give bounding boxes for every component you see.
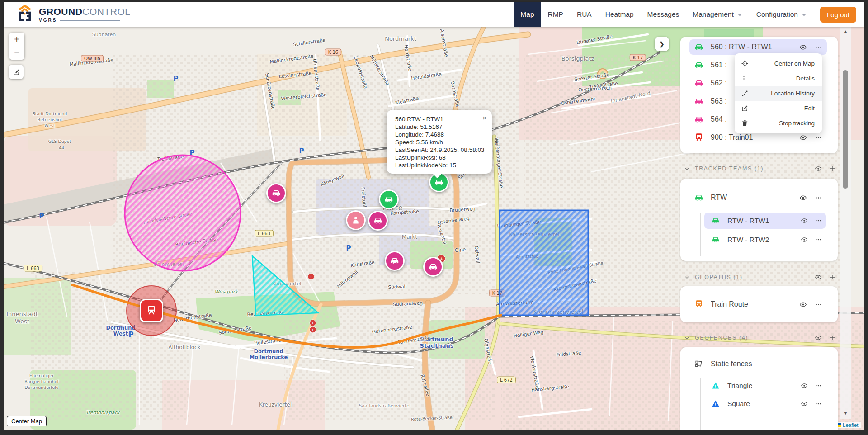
warning-triangle-icon	[711, 381, 720, 390]
brand-name-secondary: CONTROL	[82, 6, 130, 17]
section-title: GEOFENCES (4)	[695, 335, 748, 341]
eye-icon[interactable]	[801, 382, 808, 389]
application-window: GROUNDCONTROL VGRS Map RMP RUA Heatmap M…	[4, 2, 864, 430]
geopath-row[interactable]: Train Route	[680, 295, 838, 313]
brand-text: GROUNDCONTROL VGRS	[39, 6, 131, 23]
brand-logo[interactable]: GROUNDCONTROL VGRS	[15, 4, 131, 25]
top-navbar: GROUNDCONTROL VGRS Map RMP RUA Heatmap M…	[4, 2, 864, 27]
car-icon	[428, 262, 438, 272]
nav-item-map[interactable]: Map	[514, 2, 541, 27]
menu-item-edit[interactable]: Edit	[735, 101, 822, 116]
vehicle-marker-car[interactable]	[266, 183, 286, 203]
vehicle-marker-car[interactable]	[379, 189, 399, 209]
eye-icon[interactable]	[815, 334, 822, 341]
chevron-down-icon	[801, 12, 807, 18]
popup-lastseen: LastSeenAt: 24.9.2025, 08:58:03	[395, 146, 488, 154]
menu-item-stop-tracking[interactable]: Stop tracking	[735, 116, 822, 131]
vehicle-marker-car[interactable]	[385, 251, 405, 271]
train-icon	[694, 299, 704, 309]
tracked-teams-card: RTW RTW - RTW1 RTW - RTW2	[680, 179, 838, 261]
scroll-down-icon[interactable]: ▼	[840, 410, 851, 417]
brand-underline	[60, 20, 120, 21]
vehicle-marker-car[interactable]	[423, 257, 443, 277]
stop-tracking-icon	[741, 119, 749, 127]
section-geofences: GEOFENCES (4)	[680, 332, 838, 344]
logout-button[interactable]: Log out	[820, 7, 856, 23]
brand-name-primary: GROUND	[39, 6, 82, 17]
ellipsis-icon[interactable]	[815, 400, 822, 407]
geofence-row-triangle[interactable]: Triangle	[704, 378, 826, 394]
eye-icon[interactable]	[799, 134, 807, 142]
edit-icon	[741, 104, 749, 112]
geofence-row-square[interactable]: Square	[704, 396, 826, 412]
plus-icon[interactable]	[829, 165, 836, 172]
details-icon	[741, 75, 747, 82]
eye-icon[interactable]	[801, 236, 808, 243]
eye-icon[interactable]	[801, 400, 808, 407]
plus-icon[interactable]	[829, 274, 836, 281]
vehicle-marker-car[interactable]	[368, 211, 388, 231]
zoom-in-button[interactable]: +	[9, 33, 24, 46]
team-member-row[interactable]: RTW - RTW1	[704, 213, 826, 229]
menu-item-center-on-map[interactable]: Center on Map	[735, 56, 822, 71]
geofence-group-row[interactable]: Static fences	[680, 355, 838, 373]
ellipsis-icon[interactable]	[815, 301, 822, 308]
ellipsis-icon[interactable]	[815, 236, 822, 243]
warning-triangle-icon	[711, 399, 720, 408]
center-map-button[interactable]: Center Map	[7, 416, 47, 426]
map-canvas[interactable]: DortmundHbfDortmundStadthausDortmundMöll…	[4, 27, 864, 430]
vehicle-marker-person[interactable]	[346, 210, 366, 230]
popup-latitude: Latitude: 51.5167	[395, 123, 488, 131]
team-group-row[interactable]: RTW	[680, 189, 838, 207]
vehicle-marker-train[interactable]	[140, 299, 163, 322]
zoom-control: + −	[9, 33, 24, 60]
car-icon	[711, 235, 720, 244]
draw-edit-button[interactable]	[9, 65, 24, 79]
scroll-up-icon[interactable]: ▲	[840, 28, 851, 35]
popup-longitude: Longitude: 7.4688	[395, 131, 488, 138]
eye-icon[interactable]	[815, 165, 822, 172]
chevron-down-icon[interactable]	[684, 166, 690, 172]
ellipsis-icon[interactable]	[815, 134, 822, 142]
nav-item-rua[interactable]: RUA	[570, 2, 599, 27]
ellipsis-icon[interactable]	[815, 194, 822, 202]
menu-item-details[interactable]: Details	[735, 71, 822, 86]
eye-icon[interactable]	[799, 43, 807, 51]
eye-icon[interactable]	[815, 274, 822, 281]
nav-item-messages[interactable]: Messages	[641, 2, 686, 27]
sidebar-scrollbar[interactable]: ▲ ▼	[840, 27, 851, 419]
ellipsis-icon[interactable]	[815, 217, 822, 224]
eye-icon[interactable]	[799, 301, 807, 308]
section-title: GEOPATHS (1)	[695, 274, 743, 280]
vehicle-context-menu: Center on Map Details Location History E…	[735, 53, 822, 133]
leaflet-link[interactable]: Leaflet	[843, 422, 859, 428]
location-history-icon	[741, 90, 749, 97]
chevron-down-icon[interactable]	[684, 335, 690, 341]
eye-icon[interactable]	[801, 217, 808, 224]
car-icon	[694, 193, 704, 203]
menu-item-location-history[interactable]: Location History	[735, 86, 822, 101]
nav-item-management[interactable]: Management	[686, 2, 749, 27]
eye-icon[interactable]	[799, 194, 807, 202]
ellipsis-icon[interactable]	[815, 382, 822, 389]
section-geopaths: GEOPATHS (1)	[680, 271, 838, 283]
vehicle-popup: × 560:RTW - RTW1 Latitude: 51.5167 Longi…	[387, 110, 492, 174]
popup-nodeno: LastUplinkNodeNo: 15	[395, 161, 488, 169]
nav-item-configuration[interactable]: Configuration	[750, 2, 814, 27]
plus-icon[interactable]	[829, 334, 836, 341]
sidebar-collapse-button[interactable]: ❯	[655, 37, 669, 51]
car-icon	[373, 216, 383, 226]
chevron-down-icon[interactable]	[684, 274, 690, 280]
scrollbar-thumb[interactable]	[843, 70, 848, 189]
zoom-out-button[interactable]: −	[9, 46, 24, 60]
edit-square-icon	[13, 68, 20, 76]
nav-item-heatmap[interactable]: Heatmap	[599, 2, 641, 27]
popup-close-icon[interactable]: ×	[481, 113, 487, 123]
car-icon	[434, 177, 444, 187]
team-member-row[interactable]: RTW - RTW2	[704, 232, 826, 248]
nav-item-rmp[interactable]: RMP	[541, 2, 570, 27]
car-icon	[694, 114, 704, 124]
popup-title: 560:RTW - RTW1	[395, 115, 488, 123]
chevron-down-icon	[737, 12, 743, 18]
ellipsis-icon[interactable]	[815, 43, 822, 51]
